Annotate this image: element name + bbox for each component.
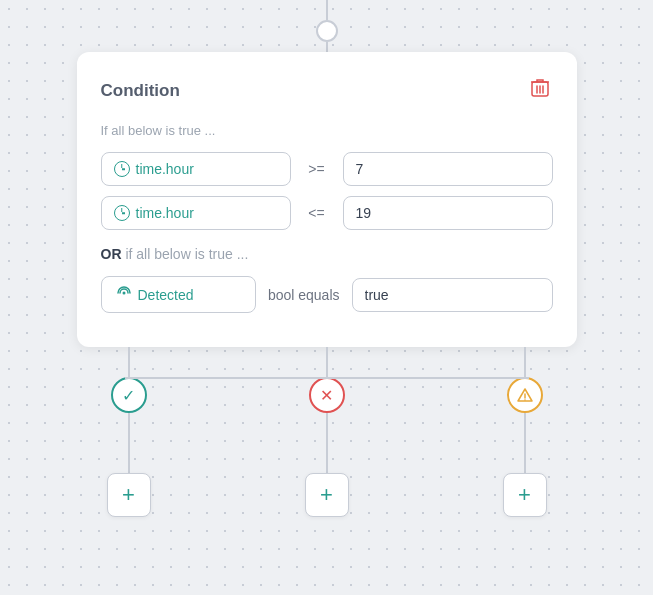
delete-button[interactable] bbox=[527, 76, 553, 105]
branch-line-top-3 bbox=[524, 347, 526, 377]
branch-true: ✓ + bbox=[107, 347, 151, 517]
condition-row-2: time.hour <= bbox=[101, 196, 553, 230]
add-box-1[interactable]: + bbox=[107, 473, 151, 517]
card-header: Condition bbox=[101, 76, 553, 105]
or-label: OR bbox=[101, 246, 122, 262]
field-label-1: time.hour bbox=[136, 161, 194, 177]
or-condition-row: Detected bool equals bbox=[101, 276, 553, 313]
detected-pill[interactable]: Detected bbox=[101, 276, 256, 313]
branch-line-top-2 bbox=[326, 347, 328, 377]
operator-2: <= bbox=[303, 205, 331, 221]
clock-icon-2 bbox=[114, 205, 130, 221]
branch-line-bottom-1 bbox=[128, 413, 130, 473]
value-input-2[interactable] bbox=[343, 196, 553, 230]
svg-point-5 bbox=[122, 292, 125, 295]
add-box-3[interactable]: + bbox=[503, 473, 547, 517]
field-label-2: time.hour bbox=[136, 205, 194, 221]
card-title: Condition bbox=[101, 81, 180, 101]
add-icon-3: + bbox=[518, 482, 531, 508]
bool-value-input[interactable] bbox=[352, 278, 553, 312]
add-icon-1: + bbox=[122, 482, 135, 508]
condition-row-1: time.hour >= bbox=[101, 152, 553, 186]
detected-label: Detected bbox=[138, 287, 194, 303]
branch-warning: + bbox=[503, 347, 547, 517]
branch-circle-warning[interactable] bbox=[507, 377, 543, 413]
or-section: OR if all below is true ... bbox=[101, 246, 553, 262]
bottom-area: ✓ + ✕ + bbox=[77, 347, 577, 517]
clock-icon-1 bbox=[114, 161, 130, 177]
card-connector-line bbox=[326, 42, 328, 52]
svg-point-7 bbox=[524, 399, 526, 401]
add-box-2[interactable]: + bbox=[305, 473, 349, 517]
field-pill-2[interactable]: time.hour bbox=[101, 196, 291, 230]
bool-equals-text: bool equals bbox=[268, 287, 340, 303]
branch-line-bottom-3 bbox=[524, 413, 526, 473]
condition-card: Condition If all below is true ... time.… bbox=[77, 52, 577, 347]
field-pill-1[interactable]: time.hour bbox=[101, 152, 291, 186]
top-connector-line bbox=[326, 0, 328, 20]
branch-false: ✕ + bbox=[305, 347, 349, 517]
add-icon-2: + bbox=[320, 482, 333, 508]
value-input-1[interactable] bbox=[343, 152, 553, 186]
branch-circle-false[interactable]: ✕ bbox=[309, 377, 345, 413]
or-sub-label: if all below is true ... bbox=[125, 246, 248, 262]
if-all-label: If all below is true ... bbox=[101, 123, 553, 138]
branch-line-bottom-2 bbox=[326, 413, 328, 473]
branches-container: ✓ + ✕ + bbox=[107, 347, 547, 517]
branch-line-top-1 bbox=[128, 347, 130, 377]
operator-1: >= bbox=[303, 161, 331, 177]
top-circle-node bbox=[316, 20, 338, 42]
branch-circle-true[interactable]: ✓ bbox=[111, 377, 147, 413]
horizontal-bridge bbox=[125, 377, 529, 379]
signal-icon bbox=[116, 285, 132, 304]
